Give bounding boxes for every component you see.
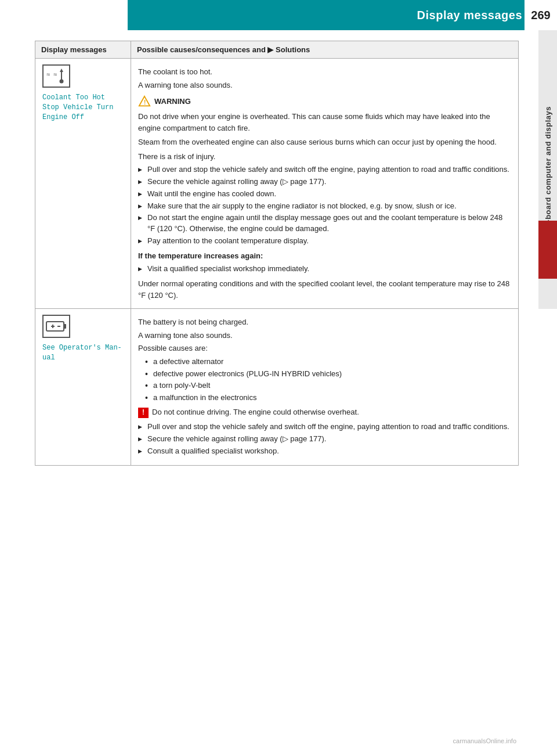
battery-intro-3: Possible causes are: (138, 343, 511, 354)
solutions-cell-battery: The battery is not being charged. A warn… (131, 309, 519, 465)
col-header-display: Display messages (35, 41, 131, 59)
list-item: Pull over and stop the vehicle safely an… (138, 164, 511, 175)
list-item: Pay attention to the coolant temperature… (138, 236, 511, 247)
main-content: Display messages Possible causes/consequ… (35, 41, 525, 466)
svg-point-3 (60, 80, 64, 84)
warning-body-1: Do not drive when your engine is overhea… (138, 111, 511, 134)
svg-rect-8 (64, 324, 66, 329)
coolant-intro-1: The coolant is too hot. (138, 66, 511, 78)
list-item: a malfunction in the electronics (145, 393, 511, 404)
svg-marker-4 (60, 69, 63, 72)
list-item: a torn poly-V-belt (145, 380, 511, 391)
list-item: Consult a qualified specialist workshop. (138, 446, 511, 457)
table-row: ≈ ≈ Coolant Too HotStop Vehicle TurnEngi… (35, 59, 519, 309)
coolant-intro-2: A warning tone also sounds. (138, 80, 511, 91)
solutions-cell-coolant: The coolant is too hot. A warning tone a… (131, 59, 519, 309)
header-bar: Display messages (128, 0, 557, 30)
page-number: 269 (525, 0, 557, 30)
svg-text:≈: ≈ (53, 71, 57, 78)
battery-icon (42, 315, 70, 338)
display-cell-coolant: ≈ ≈ Coolant Too HotStop Vehicle TurnEngi… (35, 59, 131, 309)
table-row: See Operator's Man-ual The battery is no… (35, 309, 519, 465)
warning-block: ! WARNING (138, 95, 511, 108)
list-item: Visit a qualified specialist workshop im… (138, 264, 511, 275)
battery-display-label: See Operator's Man-ual (42, 343, 124, 363)
list-item: Secure the vehicle against rolling away … (138, 177, 511, 188)
list-item: Secure the vehicle against rolling away … (138, 434, 511, 445)
side-tab-accent (538, 221, 557, 279)
notice-text: Do not continue driving. The engine coul… (152, 407, 359, 418)
warning-body-2: Steam from the overheated engine can als… (138, 136, 511, 148)
svg-text:≈: ≈ (46, 71, 50, 78)
list-item: Do not start the engine again until the … (138, 213, 511, 235)
battery-bullet-list: Pull over and stop the vehicle safely an… (138, 422, 511, 457)
warning-label: WARNING (154, 96, 191, 107)
main-table: Display messages Possible causes/consequ… (35, 41, 519, 466)
battery-causes-list: a defective alternator defective power e… (145, 357, 511, 404)
col-header-solutions: Possible causes/consequences and ▶ Solut… (131, 41, 519, 59)
notice-icon: ! (138, 408, 149, 418)
list-item: defective power electronics (PLUG-IN HYB… (145, 369, 511, 380)
after-bold-list: Visit a qualified specialist workshop im… (138, 264, 511, 275)
battery-intro-1: The battery is not being charged. (138, 316, 511, 328)
notice-block: ! Do not continue driving. The engine co… (138, 407, 511, 418)
list-item: Make sure that the air supply to the eng… (138, 201, 511, 212)
battery-intro-2: A warning tone also sounds. (138, 330, 511, 341)
svg-text:!: ! (144, 99, 146, 106)
coolant-bullet-list: Pull over and stop the vehicle safely an… (138, 164, 511, 247)
if-temp-increases-label: If the temperature increases again: (138, 250, 511, 262)
coolant-icon: ≈ ≈ (42, 64, 70, 88)
coolant-display-label: Coolant Too HotStop Vehicle TurnEngine O… (42, 93, 124, 122)
side-tab-label: On-board computer and displays (544, 106, 552, 233)
warning-triangle-icon: ! (138, 95, 151, 108)
display-cell-battery: See Operator's Man-ual (35, 309, 131, 465)
list-item: Wait until the engine has cooled down. (138, 189, 511, 200)
closing-note: Under normal operating conditions and wi… (138, 278, 511, 301)
header-title: Display messages (417, 9, 522, 22)
list-item: Pull over and stop the vehicle safely an… (138, 422, 511, 433)
watermark: carmanualsOnline.info (453, 737, 516, 744)
warning-body-3: There is a risk of injury. (138, 151, 511, 163)
svg-rect-7 (46, 322, 64, 331)
list-item: a defective alternator (145, 357, 511, 368)
